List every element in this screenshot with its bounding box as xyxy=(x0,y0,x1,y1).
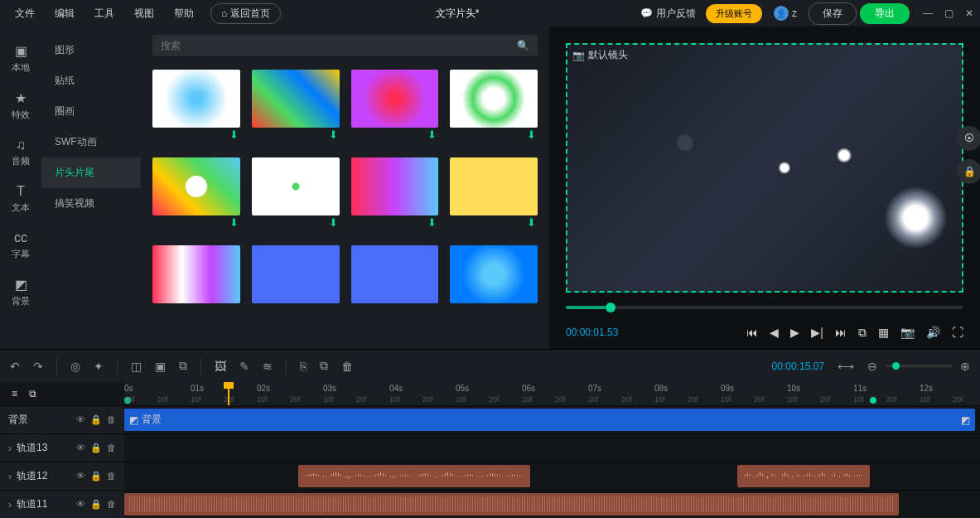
snapshot-icon[interactable]: 📷 xyxy=(900,326,915,339)
visibility-icon[interactable]: 👁 xyxy=(76,414,85,425)
category-stickers[interactable]: 贴纸 xyxy=(41,65,141,96)
asset-item[interactable]: ⬇ xyxy=(152,157,240,215)
asset-item[interactable] xyxy=(450,245,538,303)
trash-icon[interactable]: 🗑 xyxy=(107,471,116,482)
prev-frame-icon[interactable]: ⏮ xyxy=(746,326,758,339)
export-button[interactable]: 导出 xyxy=(860,3,910,24)
trash-icon[interactable]: 🗑 xyxy=(107,499,116,510)
sidebar-item-background[interactable]: ◩背景 xyxy=(0,269,41,316)
expand-icon[interactable]: › xyxy=(8,471,12,482)
menu-edit[interactable]: 编辑 xyxy=(46,2,83,26)
zoom-out-icon[interactable]: ⊖ xyxy=(867,360,877,373)
lock-icon[interactable]: 🔒 xyxy=(90,499,102,510)
lock-icon[interactable]: 🔒 xyxy=(90,443,102,453)
copy-icon[interactable]: ⧉ xyxy=(320,359,328,373)
undo-icon[interactable]: ↶ xyxy=(10,360,20,373)
maximize-icon[interactable]: ▢ xyxy=(944,7,953,19)
step-forward-icon[interactable]: ▶| xyxy=(811,326,823,339)
menu-file[interactable]: 文件 xyxy=(7,2,43,26)
download-icon[interactable]: ⬇ xyxy=(527,216,536,229)
menu-view[interactable]: 视图 xyxy=(126,2,162,26)
step-back-icon[interactable]: ◀ xyxy=(770,326,779,339)
preview-progress[interactable] xyxy=(549,299,980,316)
clip-background[interactable]: ◩背景◩ xyxy=(124,409,975,431)
visibility-icon[interactable]: 👁 xyxy=(76,443,85,453)
progress-handle[interactable] xyxy=(606,303,616,312)
asset-item[interactable] xyxy=(152,245,240,303)
track-body[interactable]: ◩背景◩ xyxy=(124,406,980,433)
lock-tool-icon[interactable]: 🔒 xyxy=(957,159,980,184)
download-icon[interactable]: ⬇ xyxy=(427,128,437,141)
download-icon[interactable]: ⬇ xyxy=(527,128,536,141)
search-input[interactable] xyxy=(161,40,517,51)
track-list-icon[interactable]: ≡ xyxy=(12,388,17,399)
focus-tool-icon[interactable]: ⦿ xyxy=(957,126,980,151)
image-icon[interactable]: 🖼 xyxy=(215,360,226,373)
asset-item[interactable]: ⬇ xyxy=(351,70,439,128)
feedback-button[interactable]: 💬 用户反馈 xyxy=(634,7,702,21)
download-icon[interactable]: ⬇ xyxy=(427,216,437,229)
marker-icon[interactable]: ◎ xyxy=(70,360,80,373)
track-body[interactable] xyxy=(124,462,980,490)
playhead[interactable] xyxy=(228,382,229,405)
category-circle[interactable]: 圈画 xyxy=(41,96,141,127)
redo-icon[interactable]: ↷ xyxy=(33,360,43,373)
layers-icon[interactable]: ≋ xyxy=(263,360,273,373)
lock-icon[interactable]: 🔒 xyxy=(90,471,102,482)
clip-audio[interactable] xyxy=(737,465,870,487)
download-icon[interactable]: ⬇ xyxy=(229,216,239,229)
asset-item[interactable]: ⬇ xyxy=(252,70,340,128)
split-icon[interactable]: ◫ xyxy=(131,360,142,373)
visibility-icon[interactable]: 👁 xyxy=(76,499,85,510)
trash-icon[interactable]: 🗑 xyxy=(107,414,116,425)
category-swf[interactable]: SWF动画 xyxy=(41,127,141,157)
track-head[interactable]: › 轨道11 👁🔒🗑 xyxy=(0,491,124,518)
preview-canvas[interactable]: 📷 默认镜头 xyxy=(566,43,963,293)
download-icon[interactable]: ⬇ xyxy=(329,216,338,229)
user-menu[interactable]: 👤 z xyxy=(765,6,805,21)
download-icon[interactable]: ⬇ xyxy=(329,128,338,141)
delete-icon[interactable]: 🗑 xyxy=(341,360,353,373)
upgrade-button[interactable]: 升级账号 xyxy=(706,4,762,23)
menu-tools[interactable]: 工具 xyxy=(86,2,123,26)
search-icon[interactable]: 🔍 xyxy=(517,40,529,51)
asset-item[interactable]: ⬇ xyxy=(450,70,538,128)
grid-icon[interactable]: ▦ xyxy=(878,326,889,339)
visibility-icon[interactable]: 👁 xyxy=(76,471,85,482)
play-icon[interactable]: ▶ xyxy=(790,326,799,339)
track-head[interactable]: › 轨道13 👁🔒🗑 xyxy=(0,434,124,462)
sidebar-item-text[interactable]: T文本 xyxy=(0,176,41,222)
zoom-slider[interactable] xyxy=(886,365,952,367)
track-copy-icon[interactable]: ⧉ xyxy=(29,388,36,399)
crop-tool-icon[interactable]: ▣ xyxy=(155,360,166,373)
duplicate-icon[interactable]: ⧉ xyxy=(179,359,187,373)
edit-icon[interactable]: ✎ xyxy=(239,360,249,373)
download-icon[interactable]: ⬇ xyxy=(229,128,239,141)
asset-item[interactable]: ⬇ xyxy=(351,157,439,215)
track-head[interactable]: › 轨道12 👁🔒🗑 xyxy=(0,462,124,490)
track-body[interactable] xyxy=(124,491,980,518)
expand-icon[interactable]: › xyxy=(8,443,12,454)
track-body[interactable] xyxy=(124,434,980,462)
target-icon[interactable]: ✦ xyxy=(94,360,104,373)
sidebar-item-local[interactable]: ▣本地 xyxy=(0,35,41,82)
asset-item[interactable]: ⬇ xyxy=(450,157,538,215)
clip-audio[interactable] xyxy=(124,493,899,516)
category-shapes[interactable]: 图形 xyxy=(41,35,141,65)
track-head[interactable]: 背景 👁🔒🗑 xyxy=(0,406,124,433)
asset-item[interactable]: ⬇ xyxy=(252,157,340,215)
menu-help[interactable]: 帮助 xyxy=(166,2,202,26)
zoom-in-icon[interactable]: ⊕ xyxy=(960,360,970,373)
return-home-button[interactable]: ⌂ 返回首页 xyxy=(210,3,281,24)
volume-icon[interactable]: 🔊 xyxy=(926,326,940,339)
sidebar-item-effects[interactable]: ★特效 xyxy=(0,82,41,129)
asset-item[interactable] xyxy=(351,245,439,303)
timeline-ruler[interactable]: 0s10f20f01s10f20f02s10f20f03s10f20f04s10… xyxy=(124,382,980,405)
asset-item[interactable]: ⬇ xyxy=(152,70,240,128)
category-funny[interactable]: 搞笑视频 xyxy=(41,188,141,219)
sidebar-item-audio[interactable]: ♫音频 xyxy=(0,129,41,176)
fit-icon[interactable]: ⟷ xyxy=(838,360,854,373)
search-box[interactable]: 🔍 xyxy=(152,35,538,56)
clip-audio[interactable] xyxy=(298,465,530,487)
category-intro-outro[interactable]: 片头片尾 xyxy=(41,157,141,188)
